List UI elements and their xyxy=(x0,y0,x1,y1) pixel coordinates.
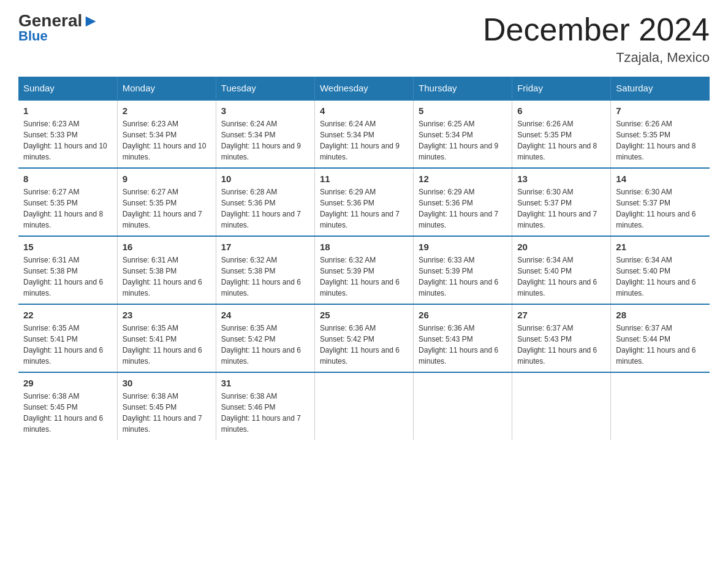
cell-details: Sunrise: 6:32 AMSunset: 5:39 PMDaylight:… xyxy=(320,255,408,299)
calendar-cell: 6 Sunrise: 6:26 AMSunset: 5:35 PMDayligh… xyxy=(512,100,611,168)
cell-details: Sunrise: 6:27 AMSunset: 5:35 PMDaylight:… xyxy=(23,186,112,231)
day-number: 10 xyxy=(221,174,309,184)
calendar-table: SundayMondayTuesdayWednesdayThursdayFrid… xyxy=(18,77,710,440)
calendar-cell: 4 Sunrise: 6:24 AMSunset: 5:34 PMDayligh… xyxy=(314,100,413,168)
day-number: 17 xyxy=(221,242,309,252)
day-number: 7 xyxy=(616,105,705,116)
cell-details: Sunrise: 6:37 AMSunset: 5:43 PMDaylight:… xyxy=(517,323,605,367)
cell-details: Sunrise: 6:27 AMSunset: 5:35 PMDaylight:… xyxy=(123,186,211,231)
cell-details: Sunrise: 6:31 AMSunset: 5:38 PMDaylight:… xyxy=(123,255,211,299)
logo: General► Blue xyxy=(18,12,99,44)
day-number: 20 xyxy=(517,242,605,252)
cell-details: Sunrise: 6:35 AMSunset: 5:42 PMDaylight:… xyxy=(221,323,309,367)
header-cell-friday: Friday xyxy=(512,77,611,100)
cell-details: Sunrise: 6:38 AMSunset: 5:45 PMDaylight:… xyxy=(23,391,112,435)
calendar-cell: 27 Sunrise: 6:37 AMSunset: 5:43 PMDaylig… xyxy=(512,304,611,372)
cell-details: Sunrise: 6:33 AMSunset: 5:39 PMDaylight:… xyxy=(419,255,507,299)
day-number: 1 xyxy=(23,105,112,116)
day-number: 16 xyxy=(123,242,211,252)
cell-details: Sunrise: 6:23 AMSunset: 5:33 PMDaylight:… xyxy=(23,118,112,163)
calendar-cell: 21 Sunrise: 6:34 AMSunset: 5:40 PMDaylig… xyxy=(611,236,710,304)
calendar-cell: 11 Sunrise: 6:29 AMSunset: 5:36 PMDaylig… xyxy=(314,168,413,236)
cell-details: Sunrise: 6:34 AMSunset: 5:40 PMDaylight:… xyxy=(616,255,705,299)
calendar-cell: 22 Sunrise: 6:35 AMSunset: 5:41 PMDaylig… xyxy=(18,304,117,372)
month-title: December 2024 xyxy=(483,12,710,47)
header-cell-monday: Monday xyxy=(117,77,216,100)
calendar-cell: 8 Sunrise: 6:27 AMSunset: 5:35 PMDayligh… xyxy=(18,168,117,236)
day-number: 6 xyxy=(517,105,605,116)
day-number: 11 xyxy=(320,174,408,184)
calendar-cell xyxy=(611,372,710,440)
calendar-week-1: 1 Sunrise: 6:23 AMSunset: 5:33 PMDayligh… xyxy=(18,100,710,168)
calendar-cell: 30 Sunrise: 6:38 AMSunset: 5:45 PMDaylig… xyxy=(117,372,216,440)
calendar-cell: 16 Sunrise: 6:31 AMSunset: 5:38 PMDaylig… xyxy=(117,236,216,304)
header-cell-thursday: Thursday xyxy=(414,77,512,100)
cell-details: Sunrise: 6:32 AMSunset: 5:38 PMDaylight:… xyxy=(221,255,309,299)
calendar-cell: 5 Sunrise: 6:25 AMSunset: 5:34 PMDayligh… xyxy=(414,100,512,168)
calendar-cell: 13 Sunrise: 6:30 AMSunset: 5:37 PMDaylig… xyxy=(512,168,611,236)
cell-details: Sunrise: 6:30 AMSunset: 5:37 PMDaylight:… xyxy=(616,186,705,231)
calendar-week-3: 15 Sunrise: 6:31 AMSunset: 5:38 PMDaylig… xyxy=(18,236,710,304)
cell-details: Sunrise: 6:25 AMSunset: 5:34 PMDaylight:… xyxy=(419,118,507,163)
calendar-cell xyxy=(314,372,413,440)
calendar-cell: 23 Sunrise: 6:35 AMSunset: 5:41 PMDaylig… xyxy=(117,304,216,372)
calendar-week-2: 8 Sunrise: 6:27 AMSunset: 5:35 PMDayligh… xyxy=(18,168,710,236)
cell-details: Sunrise: 6:24 AMSunset: 5:34 PMDaylight:… xyxy=(320,118,408,163)
day-number: 25 xyxy=(320,310,408,320)
cell-details: Sunrise: 6:38 AMSunset: 5:46 PMDaylight:… xyxy=(221,391,309,435)
cell-details: Sunrise: 6:35 AMSunset: 5:41 PMDaylight:… xyxy=(123,323,211,367)
cell-details: Sunrise: 6:31 AMSunset: 5:38 PMDaylight:… xyxy=(23,255,112,299)
day-number: 31 xyxy=(221,378,309,388)
calendar-cell: 1 Sunrise: 6:23 AMSunset: 5:33 PMDayligh… xyxy=(18,100,117,168)
day-number: 19 xyxy=(419,242,507,252)
header-cell-wednesday: Wednesday xyxy=(314,77,413,100)
cell-details: Sunrise: 6:30 AMSunset: 5:37 PMDaylight:… xyxy=(517,186,605,231)
day-number: 30 xyxy=(123,378,211,388)
page-header: General► Blue December 2024 Tzajala, Mex… xyxy=(18,12,710,66)
header-cell-sunday: Sunday xyxy=(18,77,117,100)
day-number: 21 xyxy=(616,242,705,252)
calendar-cell: 12 Sunrise: 6:29 AMSunset: 5:36 PMDaylig… xyxy=(414,168,512,236)
day-number: 23 xyxy=(123,310,211,320)
calendar-cell: 9 Sunrise: 6:27 AMSunset: 5:35 PMDayligh… xyxy=(117,168,216,236)
calendar-cell: 28 Sunrise: 6:37 AMSunset: 5:44 PMDaylig… xyxy=(611,304,710,372)
cell-details: Sunrise: 6:23 AMSunset: 5:34 PMDaylight:… xyxy=(123,118,211,163)
location: Tzajala, Mexico xyxy=(483,50,710,66)
day-number: 13 xyxy=(517,174,605,184)
title-block: December 2024 Tzajala, Mexico xyxy=(483,12,710,66)
cell-details: Sunrise: 6:29 AMSunset: 5:36 PMDaylight:… xyxy=(320,186,408,231)
calendar-cell: 2 Sunrise: 6:23 AMSunset: 5:34 PMDayligh… xyxy=(117,100,216,168)
cell-details: Sunrise: 6:36 AMSunset: 5:43 PMDaylight:… xyxy=(419,323,507,367)
calendar-header-row: SundayMondayTuesdayWednesdayThursdayFrid… xyxy=(18,77,710,100)
calendar-cell: 31 Sunrise: 6:38 AMSunset: 5:46 PMDaylig… xyxy=(216,372,314,440)
day-number: 18 xyxy=(320,242,408,252)
day-number: 4 xyxy=(320,105,408,116)
calendar-cell: 29 Sunrise: 6:38 AMSunset: 5:45 PMDaylig… xyxy=(18,372,117,440)
header-cell-saturday: Saturday xyxy=(611,77,710,100)
day-number: 8 xyxy=(23,174,112,184)
calendar-cell xyxy=(512,372,611,440)
day-number: 15 xyxy=(23,242,112,252)
day-number: 5 xyxy=(419,105,507,116)
day-number: 9 xyxy=(123,174,211,184)
day-number: 3 xyxy=(221,105,309,116)
cell-details: Sunrise: 6:35 AMSunset: 5:41 PMDaylight:… xyxy=(23,323,112,367)
day-number: 27 xyxy=(517,310,605,320)
logo-text: General► xyxy=(18,12,99,29)
calendar-cell: 24 Sunrise: 6:35 AMSunset: 5:42 PMDaylig… xyxy=(216,304,314,372)
cell-details: Sunrise: 6:37 AMSunset: 5:44 PMDaylight:… xyxy=(616,323,705,367)
day-number: 2 xyxy=(123,105,211,116)
calendar-cell: 25 Sunrise: 6:36 AMSunset: 5:42 PMDaylig… xyxy=(314,304,413,372)
day-number: 12 xyxy=(419,174,507,184)
cell-details: Sunrise: 6:34 AMSunset: 5:40 PMDaylight:… xyxy=(517,255,605,299)
cell-details: Sunrise: 6:36 AMSunset: 5:42 PMDaylight:… xyxy=(320,323,408,367)
day-number: 26 xyxy=(419,310,507,320)
cell-details: Sunrise: 6:28 AMSunset: 5:36 PMDaylight:… xyxy=(221,186,309,231)
header-cell-tuesday: Tuesday xyxy=(216,77,314,100)
calendar-cell: 19 Sunrise: 6:33 AMSunset: 5:39 PMDaylig… xyxy=(414,236,512,304)
calendar-cell: 26 Sunrise: 6:36 AMSunset: 5:43 PMDaylig… xyxy=(414,304,512,372)
cell-details: Sunrise: 6:38 AMSunset: 5:45 PMDaylight:… xyxy=(123,391,211,435)
day-number: 29 xyxy=(23,378,112,388)
calendar-cell: 20 Sunrise: 6:34 AMSunset: 5:40 PMDaylig… xyxy=(512,236,611,304)
calendar-week-5: 29 Sunrise: 6:38 AMSunset: 5:45 PMDaylig… xyxy=(18,372,710,440)
